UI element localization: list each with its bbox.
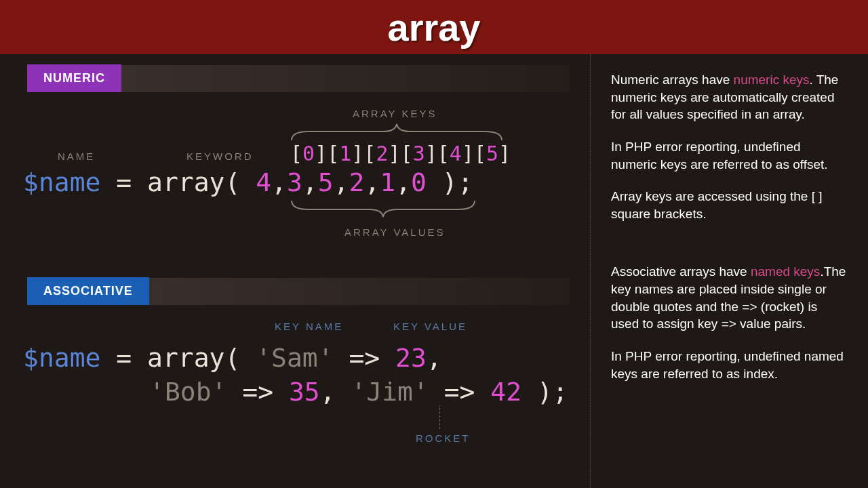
explain-p4: Associative arrays have named keys.The k… bbox=[611, 263, 848, 333]
numeric-code-line: $name = array( 4,3,5,2,1,0 ); bbox=[23, 167, 473, 197]
numeric-keys-line: [0][1][2][3][4][5] bbox=[290, 142, 511, 165]
label-name: NAME bbox=[58, 150, 95, 162]
numeric-tab-row: NUMERIC bbox=[27, 64, 570, 92]
assoc-diagram: KEY NAME KEY VALUE $name = array( 'Sam' … bbox=[27, 310, 570, 480]
assoc-code-line2: 'Bob' => 35, 'Jim' => 42 ); bbox=[149, 377, 568, 407]
page-title: array bbox=[387, 5, 480, 49]
label-keyword: KEYWORD bbox=[186, 150, 254, 162]
explain-p3: Array keys are accessed using the [ ] sq… bbox=[611, 188, 848, 222]
assoc-tab-trail bbox=[149, 278, 570, 305]
label-rocket: ROCKET bbox=[416, 432, 471, 444]
assoc-tab-row: ASSOCIATIVE bbox=[27, 277, 570, 305]
brace-top-icon bbox=[288, 121, 505, 142]
assoc-tab: ASSOCIATIVE bbox=[27, 277, 149, 305]
left-column: NUMERIC ARRAY KEYS [0][1][2][3][4][5] NA… bbox=[0, 54, 590, 488]
numeric-diagram: ARRAY KEYS [0][1][2][3][4][5] NAME KEYWO… bbox=[27, 98, 570, 277]
right-column: Numeric arrays have numeric keys. The nu… bbox=[590, 54, 868, 488]
brace-bottom-icon bbox=[288, 199, 478, 220]
explain-p5: In PHP error reporting, undefined named … bbox=[611, 348, 848, 382]
numeric-tab-trail bbox=[121, 65, 570, 92]
assoc-code-line1: $name = array( 'Sam' => 23, bbox=[23, 343, 442, 373]
explain-p1: Numeric arrays have numeric keys. The nu… bbox=[611, 71, 848, 123]
content-area: NUMERIC ARRAY KEYS [0][1][2][3][4][5] NA… bbox=[0, 54, 868, 488]
label-key-name: KEY NAME bbox=[275, 321, 343, 332]
label-array-keys: ARRAY KEYS bbox=[353, 108, 437, 119]
header-bar: array bbox=[0, 0, 868, 54]
explain-p2: In PHP error reporting, undefined numeri… bbox=[611, 138, 848, 173]
numeric-tab: NUMERIC bbox=[27, 64, 121, 92]
label-key-value: KEY VALUE bbox=[393, 321, 467, 332]
rocket-pointer-line bbox=[439, 405, 440, 429]
label-array-values: ARRAY VALUES bbox=[344, 226, 446, 238]
